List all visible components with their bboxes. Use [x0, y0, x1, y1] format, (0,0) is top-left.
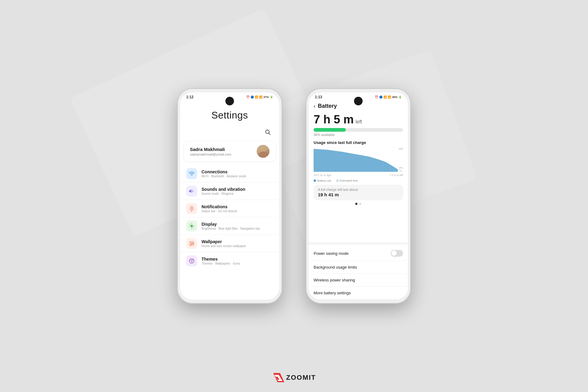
battery-icon-2: 🔋 [398, 96, 402, 99]
themes-icon [186, 255, 197, 266]
themes-label: Themes [202, 257, 240, 262]
wireless-sharing-label: Wireless power sharing [314, 278, 355, 282]
profile-row[interactable]: Sadra Makhmali sadramakhmali@ymail.com [184, 141, 276, 161]
display-label: Display [202, 222, 260, 227]
battery-chart-svg [314, 147, 403, 172]
settings-screen: 1:12 ⏰ 🔵 📶 📶 37% 🔋 Settings [180, 92, 279, 300]
settings-item-sounds[interactable]: Sounds and vibration Sound mode · Ringto… [180, 183, 279, 200]
phone-settings: 1:12 ⏰ 🔵 📶 📶 37% 🔋 Settings [178, 89, 282, 303]
wallpaper-text: Wallpaper Home and lock screen wallpaper [202, 239, 246, 248]
phones-container: 1:12 ⏰ 🔵 📶 📶 37% 🔋 Settings [178, 89, 410, 303]
sounds-text: Sounds and vibration Sound mode · Ringto… [202, 187, 245, 195]
usage-title: Usage since last full charge [314, 140, 403, 145]
profile-email: sadramakhmali@ymail.com [190, 153, 231, 156]
sounds-icon [186, 186, 197, 197]
chart-0-label: 0% [399, 166, 403, 169]
front-camera [225, 97, 234, 105]
wifi-icon: 📶 [255, 96, 258, 99]
more-battery-label: More battery settings [314, 291, 351, 295]
themes-sub: Themes · Wallpapers · Icons [202, 262, 240, 265]
wallpaper-sub: Home and lock screen wallpaper [202, 244, 246, 248]
svg-point-12 [190, 242, 191, 243]
legend-estimated-dot [336, 179, 339, 182]
battery-screen: 1:13 ⏰ 🔵 📶 📶 36% 🔋 ‹ Battery [309, 92, 408, 300]
search-row [180, 124, 279, 140]
background-usage-option[interactable]: Background usage limits [309, 261, 408, 274]
settings-item-connections[interactable]: Connections Wi-Fi · Bluetooth · Airplane… [180, 165, 279, 183]
connections-text: Connections Wi-Fi · Bluetooth · Airplane… [202, 169, 246, 178]
svg-line-8 [193, 228, 194, 228]
notifications-sub: Status bar · Do not disturb [202, 209, 237, 213]
legend-estimated: Estimated time [336, 179, 358, 182]
svg-point-4 [190, 225, 193, 227]
bluetooth-icon-2: 🔵 [379, 96, 383, 99]
display-text: Display Brightness · Blue light filter ·… [202, 222, 260, 230]
battery-text: 37% [263, 96, 269, 99]
status-icons-2: ⏰ 🔵 📶 📶 36% 🔋 [375, 96, 402, 99]
background-usage-label: Background usage limits [314, 265, 357, 270]
connections-icon [186, 168, 197, 179]
power-saving-toggle[interactable] [391, 250, 403, 257]
wallpaper-icon [186, 238, 197, 249]
dot-1 [355, 203, 357, 205]
battery-time-row: 7 h 5 m left [314, 113, 403, 126]
battery-icon: 🔋 [270, 96, 273, 99]
svg-point-15 [192, 260, 193, 261]
front-camera-2 [354, 97, 363, 105]
legend-battery: Battery use [314, 179, 331, 182]
notifications-text: Notifications Status bar · Do not distur… [202, 204, 237, 213]
full-charge-time: 19 h 41 m [318, 192, 399, 197]
more-battery-option[interactable]: More battery settings [309, 287, 408, 300]
svg-line-7 [190, 224, 190, 224]
battery-main: 7 h 5 m left 36% available Usage since l… [309, 111, 408, 241]
alarm-icon: ⏰ [246, 96, 250, 99]
alarm-icon-2: ⏰ [375, 96, 378, 99]
zoomit-logo-icon [272, 372, 285, 383]
power-saving-label: Power saving mode [314, 251, 349, 256]
battery-left-text: left [356, 119, 362, 125]
svg-marker-3 [189, 189, 192, 193]
battery-bar-fill [314, 128, 346, 132]
battery-options: Power saving mode Background usage limit… [309, 246, 408, 300]
profile-info: Sadra Makhmali sadramakhmali@ymail.com [190, 147, 231, 156]
svg-line-1 [269, 133, 270, 135]
settings-list: Connections Wi-Fi · Bluetooth · Airplane… [180, 163, 279, 300]
notifications-icon [186, 203, 197, 214]
back-button[interactable]: ‹ [314, 103, 315, 109]
battery-text-2: 36% [392, 96, 398, 99]
settings-item-themes[interactable]: Themes Themes · Wallpapers · Icons [180, 252, 279, 270]
avatar [257, 145, 270, 158]
status-time-2: 1:13 [315, 95, 322, 99]
chart-labels: 19 h 31 m ago 7 h 5 m left [314, 174, 403, 177]
display-sub: Brightness · Blue light filter · Navigat… [202, 227, 260, 230]
settings-item-notifications[interactable]: Notifications Status bar · Do not distur… [180, 200, 279, 217]
chart-start-label: 19 h 31 m ago [314, 174, 331, 177]
chart-100-label: 100 [398, 147, 403, 150]
search-button[interactable] [262, 126, 273, 138]
settings-item-display[interactable]: Display Brightness · Blue light filter ·… [180, 217, 279, 235]
battery-available: 36% available [314, 133, 403, 137]
svg-point-14 [190, 260, 191, 261]
settings-title: Settings [187, 110, 272, 121]
battery-chart: 100 0% 19 h 31 m ago 7 h 5 m left [314, 147, 403, 178]
status-icons: ⏰ 🔵 📶 📶 37% 🔋 [246, 96, 273, 99]
chart-end-label: 7 h 5 m left [389, 174, 403, 177]
wireless-sharing-option[interactable]: Wireless power sharing [309, 274, 408, 287]
legend-battery-label: Battery use [317, 179, 331, 182]
zoomit-wordmark: ZOOMIT [286, 374, 316, 382]
page-dots [314, 203, 403, 205]
themes-text: Themes Themes · Wallpapers · Icons [202, 257, 240, 265]
legend-battery-dot [314, 179, 316, 182]
svg-point-13 [190, 259, 194, 263]
notifications-label: Notifications [202, 204, 237, 209]
power-saving-option[interactable]: Power saving mode [309, 246, 408, 261]
battery-hours: 7 h 5 m [314, 113, 354, 126]
profile-name: Sadra Makhmali [190, 147, 231, 152]
section-divider [309, 242, 408, 245]
full-charge-box: A full charge will last about: 19 h 41 m [314, 185, 403, 200]
bluetooth-icon: 🔵 [251, 96, 254, 99]
settings-item-wallpaper[interactable]: Wallpaper Home and lock screen wallpaper [180, 235, 279, 252]
display-icon [186, 221, 197, 232]
full-charge-label: A full charge will last about: [318, 188, 399, 191]
connections-label: Connections [202, 169, 246, 174]
